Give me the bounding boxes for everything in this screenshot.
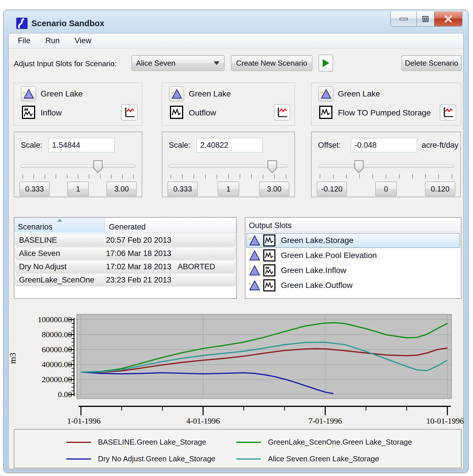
adjust-input-slots-label: Adjust Input Slots for Scenario: xyxy=(14,59,117,68)
scenario-status: ABORTED xyxy=(178,262,215,271)
scenarios-table-header: Scenarios Generated xyxy=(14,218,236,233)
column-header-scenarios[interactable]: Scenarios xyxy=(14,218,105,233)
title-bar[interactable]: Scenario Sandbox xyxy=(4,10,468,33)
slot-name: Inflow xyxy=(41,108,62,117)
set-default-button[interactable]: 0 xyxy=(375,182,397,196)
set-min-button[interactable]: 0.333 xyxy=(168,182,198,196)
table-row[interactable]: Dry No Adjust 17:02 Mar 18 2013ABORTED xyxy=(15,260,235,273)
screen: Scenario Sandbox xyxy=(0,0,473,476)
scale-slider[interactable] xyxy=(21,164,135,168)
input-slot-panel-outflow: Green Lake Outflow xyxy=(162,83,295,126)
set-max-button[interactable]: 3.00 xyxy=(259,182,289,196)
menu-view[interactable]: View xyxy=(67,33,99,48)
list-item-pool-elevation[interactable]: Green Lake.Pool Elevation xyxy=(246,248,460,263)
run-scenario-button[interactable] xyxy=(319,55,333,71)
reservoir-object-button[interactable] xyxy=(169,86,184,101)
legend-label: GreenLake_ScenOne.Green Lake_Storage xyxy=(268,438,412,447)
multi-series-slot-icon: M xyxy=(263,264,276,277)
reservoir-icon xyxy=(249,235,260,246)
dialog-content: File Run View Adjust Input Slots for Sce… xyxy=(8,33,463,469)
reservoir-object-button[interactable] xyxy=(21,86,36,101)
x-tick-label: 1-01-1996 xyxy=(52,416,116,426)
svg-text:M: M xyxy=(24,107,28,112)
scale-panel-outflow: Scale: 0.333 1 3.00 xyxy=(162,132,295,197)
table-row[interactable]: Alice Seven 17:06 Mar 18 2013 xyxy=(15,247,235,260)
scenario-select[interactable]: Alice Seven xyxy=(132,55,224,71)
multi-series-slot-icon: M xyxy=(22,105,35,119)
set-default-button[interactable]: 1 xyxy=(218,182,239,196)
table-row[interactable]: GreenLake_ScenOne 23:23 Feb 21 2013 xyxy=(15,274,235,286)
scale-panel-inflow: Scale: 0.333 1 3.00 xyxy=(14,132,142,197)
set-default-button[interactable]: 1 xyxy=(67,182,89,196)
offset-value-field[interactable] xyxy=(351,138,417,152)
reservoir-icon xyxy=(320,88,332,100)
menu-run[interactable]: Run xyxy=(38,33,67,48)
series-slot-icon xyxy=(319,105,333,119)
input-slot-panel-inflow: Green Lake M Inflow xyxy=(14,83,142,126)
legend-label: Dry No Adjust.Green Lake_Storage xyxy=(98,454,215,463)
open-plot-button[interactable] xyxy=(121,104,137,120)
close-button[interactable] xyxy=(434,12,462,26)
slider-handle[interactable] xyxy=(354,160,364,173)
maximize-icon xyxy=(422,16,429,22)
set-min-button[interactable]: 0.333 xyxy=(20,182,50,196)
scenario-generated: 20:57 Feb 20 2013 xyxy=(106,236,178,245)
list-item-inflow[interactable]: M Green Lake.Inflow xyxy=(246,263,460,278)
plot-icon xyxy=(442,106,454,118)
slot-icon-box xyxy=(318,105,333,120)
list-item-outflow[interactable]: Green Lake.Outflow xyxy=(246,278,460,293)
slider-handle[interactable] xyxy=(267,160,277,173)
output-slot-label: Green Lake.Pool Elevation xyxy=(279,251,377,260)
y-tick-label: 100000.00 xyxy=(23,315,72,325)
scale-value-field[interactable] xyxy=(48,138,115,152)
series-slot-icon xyxy=(263,279,276,292)
x-tick-label: 4-01-1996 xyxy=(171,416,235,426)
list-item-storage[interactable]: Green Lake.Storage xyxy=(246,233,460,248)
output-slots-list: Green Lake.Storage Green Lake.Pool Eleva… xyxy=(246,233,460,293)
chart-legend: BASELINE.Green Lake_Storage GreenLake_Sc… xyxy=(14,429,461,468)
maximize-button[interactable] xyxy=(417,12,434,26)
open-plot-button[interactable] xyxy=(274,104,290,120)
scenarios-table: Scenarios Generated BASELINE 20:57 Feb 2… xyxy=(14,217,237,299)
series-slot-icon xyxy=(263,234,276,247)
series-slot-icon xyxy=(170,105,183,119)
object-name: Green Lake xyxy=(189,89,231,98)
scenario-select-value: Alice Seven xyxy=(132,59,214,68)
column-header-generated[interactable]: Generated xyxy=(105,218,236,233)
scenario-generated: 17:06 Mar 18 2013 xyxy=(106,249,178,258)
generated-column-label: Generated xyxy=(109,223,146,232)
svg-text:M: M xyxy=(265,266,269,270)
scale-value-field[interactable] xyxy=(196,138,263,152)
scale-label: Scale: xyxy=(169,141,190,150)
scale-slider[interactable] xyxy=(169,164,288,168)
play-icon xyxy=(323,59,329,67)
slider-handle[interactable] xyxy=(93,160,103,173)
reservoir-object-button[interactable] xyxy=(318,86,333,101)
set-max-button[interactable]: 0.120 xyxy=(425,182,455,196)
chevron-down-icon xyxy=(214,61,220,65)
offset-label: Offset: xyxy=(318,141,341,150)
legend-line-marker xyxy=(236,458,261,460)
minimize-button[interactable] xyxy=(390,12,417,26)
scenario-name: BASELINE xyxy=(19,236,57,245)
delete-scenario-button[interactable]: Delete Scenario xyxy=(402,55,461,71)
legend-line-marker xyxy=(236,442,261,443)
legend-entry: Alice Seven.Green Lake_Storage xyxy=(236,454,379,463)
set-max-button[interactable]: 3.00 xyxy=(107,182,137,196)
legend-entry: GreenLake_ScenOne.Green Lake_Storage xyxy=(236,438,412,447)
set-min-button[interactable]: -0.120 xyxy=(317,182,347,196)
open-plot-button[interactable] xyxy=(440,104,456,120)
reservoir-icon xyxy=(249,265,260,276)
offset-slider[interactable] xyxy=(318,164,454,168)
plot-area xyxy=(65,314,453,399)
output-slots-header[interactable]: Output Slots xyxy=(245,218,461,232)
offset-unit: acre-ft/day xyxy=(422,141,459,150)
window-controls xyxy=(390,12,462,26)
create-new-scenario-button[interactable]: Create New Scenario xyxy=(231,55,312,71)
table-row[interactable]: BASELINE 20:57 Feb 20 2013 xyxy=(15,234,235,246)
sort-ascending-icon xyxy=(57,219,62,222)
menu-file[interactable]: File xyxy=(9,33,38,48)
riverware-app-icon xyxy=(16,18,28,29)
legend-label: Alice Seven.Green Lake_Storage xyxy=(268,454,379,463)
reservoir-icon xyxy=(249,280,260,291)
